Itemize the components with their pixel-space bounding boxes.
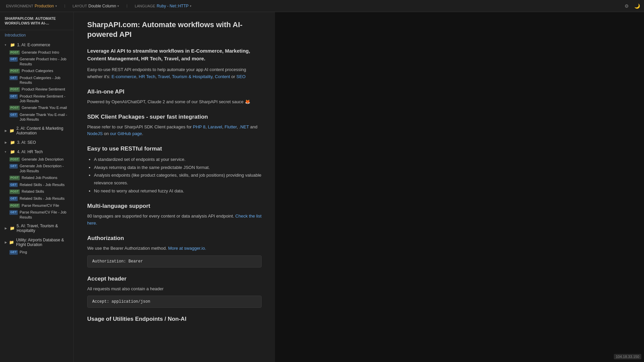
method-get-badge: GET <box>9 196 18 201</box>
bullet-4: No need to worry about returned fuzzy AI… <box>94 187 262 195</box>
settings-icon[interactable]: ⚙ <box>625 3 629 9</box>
heading-restful: Easy to use RESTful format <box>87 145 262 152</box>
item-label: Generate Product Intro - Job Results <box>20 57 69 66</box>
accept-header-text: All requests must also contain a header <box>87 286 262 293</box>
sidebar-section-header-seo[interactable]: ▶ 📁 3. AI: SEO <box>0 138 73 146</box>
hrtech-label: 4. AI: HR Tech <box>17 149 43 154</box>
method-get-badge: GET <box>9 164 18 169</box>
environment-value: Production <box>35 4 54 8</box>
sidebar-item-related-skills-job-results-get2[interactable]: GET Related Skills - Job Results <box>0 195 73 202</box>
utility-label: Utility: Airports Database & Flight Dura… <box>16 238 69 247</box>
item-label: Generate Job Description - Job Results <box>20 164 69 173</box>
environment-selector[interactable]: ENVIRONMENT Production ▾ <box>4 2 59 10</box>
accept-header-code-block: Accept: application/json <box>87 296 262 308</box>
item-label: Generate Thank You E-mail - Job Results <box>20 112 69 122</box>
item-label: Generate Job Description <box>22 157 64 162</box>
folder-icon-content: 📁 <box>9 128 14 133</box>
sidebar-section-hrtech: ▾ 📁 4. AI: HR Tech POST Generate Job Des… <box>0 147 73 221</box>
sidebar-item-generate-product-intro-get[interactable]: GET Generate Product Intro - Job Results <box>0 56 73 67</box>
sidebar-item-related-job-positions-post[interactable]: POST Related Job Positions <box>0 174 73 181</box>
language-chevron: ▾ <box>190 4 192 8</box>
sidebar-item-parse-resume-post[interactable]: POST Parse Resume/CV File <box>0 202 73 209</box>
layout-label: LAYOUT <box>72 4 87 8</box>
sidebar-item-product-categories-post[interactable]: POST Product Categories <box>0 67 73 74</box>
sidebar: SHARPAPI.COM: AUTOMATE WORKFLOWS WITH AI… <box>0 12 74 362</box>
sidebar-section-header-ecommerce[interactable]: ▾ 📁 1. AI: E-commerce <box>0 41 73 49</box>
sidebar-item-parse-resume-get[interactable]: GET Parse Resume/CV File - Job Results <box>0 209 73 221</box>
sidebar-item-generate-product-intro-post[interactable]: POST Generate Product Intro <box>0 49 73 56</box>
heading-utilities: Usage of Utilities Endpoints / Non-AI <box>87 316 262 322</box>
sidebar-section-utility: ▶ 📁 Utility: Airports Database & Flight … <box>0 235 73 256</box>
sidebar-section-header-content[interactable]: ▶ 📁 2. AI: Content & Marketing Automatio… <box>0 124 73 137</box>
sidebar-section-header-utility[interactable]: ▶ 📁 Utility: Airports Database & Flight … <box>0 236 73 249</box>
item-label: Parse Resume/CV File - Job Results <box>20 210 69 220</box>
hrtech-chevron: ▾ <box>5 150 8 154</box>
method-post-badge: POST <box>9 203 20 208</box>
bullet-2: Always returning data in the same predic… <box>94 164 262 171</box>
method-get-badge: GET <box>9 183 18 187</box>
method-get-badge: GET <box>9 113 18 117</box>
item-label: Parse Resume/CV File <box>22 203 59 208</box>
sidebar-item-thank-you-email-post[interactable]: POST Generate Thank You E-mail <box>0 104 73 111</box>
divider2: | <box>126 4 127 8</box>
link-flutter[interactable]: Flutter <box>225 124 237 129</box>
link-php8[interactable]: PHP 8 <box>193 124 205 129</box>
folder-icon-utility: 📁 <box>9 240 14 245</box>
bullet-1: A standardized set of endpoints at your … <box>94 156 262 163</box>
link-dotnet[interactable]: .NET <box>239 124 249 129</box>
link-swagger[interactable]: More at swagger.io. <box>168 246 206 251</box>
sidebar-section-seo: ▶ 📁 3. AI: SEO <box>0 138 73 147</box>
sidebar-intro-link[interactable]: Introduction <box>0 30 73 40</box>
item-label: Product Review Sentiment <box>22 87 65 92</box>
sidebar-section-ecommerce: ▾ 📁 1. AI: E-commerce POST Generate Prod… <box>0 40 73 124</box>
language-label: LANGUAGE <box>135 4 155 8</box>
sidebar-section-header-travel[interactable]: ▶ 📁 5. AI: Travel, Tourism & Hospitality <box>0 222 73 235</box>
method-post-badge: POST <box>9 106 20 110</box>
heading-all-in-one: All-in-one API <box>87 88 262 95</box>
utility-chevron: ▶ <box>5 241 7 244</box>
method-get-badge: GET <box>9 94 18 99</box>
link-travel[interactable]: Travel <box>158 74 170 79</box>
method-get-badge: GET <box>9 76 18 80</box>
topbar: ENVIRONMENT Production ▾ | LAYOUT Double… <box>0 0 644 12</box>
link-nodejs[interactable]: NodeJS <box>87 131 103 136</box>
item-label: Related Skills - Job Results <box>20 196 65 201</box>
method-post-badge: POST <box>9 189 20 194</box>
sidebar-item-product-review-sentiment-get[interactable]: GET Product Review Sentiment - Job Resul… <box>0 93 73 105</box>
method-post-badge: POST <box>9 87 20 92</box>
sidebar-item-product-review-sentiment-post[interactable]: POST Product Review Sentiment <box>0 86 73 93</box>
folder-icon-seo: 📁 <box>10 140 15 145</box>
sidebar-item-generate-job-desc-get[interactable]: GET Generate Job Description - Job Resul… <box>0 163 73 174</box>
sidebar-item-generate-job-desc-post[interactable]: POST Generate Job Description <box>0 156 73 163</box>
link-ecommerce[interactable]: E-commerce <box>112 74 137 79</box>
sidebar-item-ping-get[interactable]: GET Ping <box>0 249 73 256</box>
method-post-badge: POST <box>9 157 20 162</box>
item-label: Product Categories - Job Results <box>20 75 69 85</box>
link-github[interactable]: our GitHub page <box>110 131 142 136</box>
app-body: SHARPAPI.COM: AUTOMATE WORKFLOWS WITH AI… <box>0 12 644 362</box>
sdk-text: Please refer to our SharpAPI SDK Client … <box>87 124 262 138</box>
item-label: Generate Product Intro <box>22 50 59 55</box>
travel-label: 5. AI: Travel, Tourism & Hospitality <box>17 224 69 233</box>
link-laravel[interactable]: Laravel <box>208 124 222 129</box>
link-seo[interactable]: SEO <box>236 74 246 79</box>
heading-sdk: SDK Client Packages - super fast integra… <box>87 114 262 120</box>
item-label: Product Categories <box>22 68 53 73</box>
method-post-badge: POST <box>9 50 20 55</box>
link-content[interactable]: Content <box>215 74 230 79</box>
content-area: SharpAPI.com: Automate workflows with AI… <box>74 12 275 362</box>
language-selector[interactable]: LANGUAGE Ruby - Net::HTTP ▾ <box>133 2 194 10</box>
sidebar-item-product-categories-get[interactable]: GET Product Categories - Job Results <box>0 74 73 86</box>
link-hrtech[interactable]: HR Tech <box>139 74 156 79</box>
theme-toggle[interactable]: 🌙 <box>634 3 640 9</box>
heading-auth: Authorization <box>87 235 262 242</box>
sidebar-item-related-skills-job-results-get1[interactable]: GET Related Skills - Job Results <box>0 181 73 188</box>
layout-selector[interactable]: LAYOUT Double Column ▾ <box>70 2 121 10</box>
sidebar-section-header-hrtech[interactable]: ▾ 📁 4. AI: HR Tech <box>0 148 73 156</box>
sidebar-item-related-skills-post[interactable]: POST Related Skills <box>0 188 73 195</box>
link-tourism[interactable]: Tourism & Hospitality <box>172 74 212 79</box>
seo-chevron: ▶ <box>5 141 8 144</box>
layout-chevron: ▾ <box>117 4 119 8</box>
sidebar-item-thank-you-email-get[interactable]: GET Generate Thank You E-mail - Job Resu… <box>0 111 73 123</box>
link-check-list[interactable]: Check the list here. <box>87 214 262 226</box>
